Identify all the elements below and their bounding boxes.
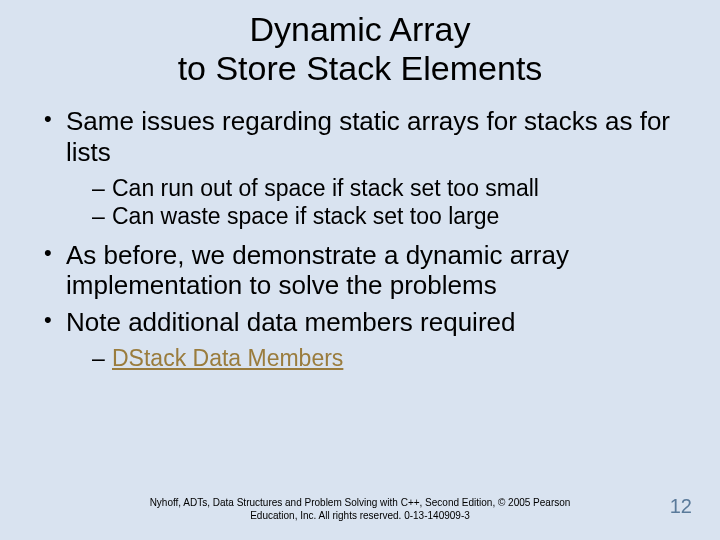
bullet-1-sub-2: Can waste space if stack set too large	[66, 202, 682, 230]
bullet-1: Same issues regarding static arrays for …	[38, 106, 682, 229]
page-number: 12	[670, 495, 692, 518]
title-line-2: to Store Stack Elements	[178, 49, 543, 87]
footer-citation: Nyhoff, ADTs, Data Structures and Proble…	[0, 497, 720, 522]
slide-title: Dynamic Array to Store Stack Elements	[38, 10, 682, 88]
slide: Dynamic Array to Store Stack Elements Sa…	[0, 0, 720, 540]
bullet-3-sub-1: DStack Data Members	[66, 344, 682, 372]
bullet-1-sub-1-text: Can run out of space if stack set too sm…	[112, 175, 539, 201]
bullet-3: Note additional data members required DS…	[38, 307, 682, 372]
bullet-3-sublist: DStack Data Members	[66, 344, 682, 372]
bullet-2: As before, we demonstrate a dynamic arra…	[38, 240, 682, 301]
title-line-1: Dynamic Array	[249, 10, 470, 48]
bullet-3-text: Note additional data members required	[66, 307, 515, 337]
dstack-data-members-link[interactable]: DStack Data Members	[112, 345, 343, 371]
footer-line-2: Education, Inc. All rights reserved. 0-1…	[250, 510, 470, 521]
bullet-list: Same issues regarding static arrays for …	[38, 106, 682, 372]
bullet-2-text: As before, we demonstrate a dynamic arra…	[66, 240, 569, 301]
bullet-1-sub-2-text: Can waste space if stack set too large	[112, 203, 499, 229]
bullet-1-text: Same issues regarding static arrays for …	[66, 106, 670, 167]
bullet-1-sub-1: Can run out of space if stack set too sm…	[66, 174, 682, 202]
bullet-1-sublist: Can run out of space if stack set too sm…	[66, 174, 682, 230]
footer-line-1: Nyhoff, ADTs, Data Structures and Proble…	[150, 497, 571, 508]
